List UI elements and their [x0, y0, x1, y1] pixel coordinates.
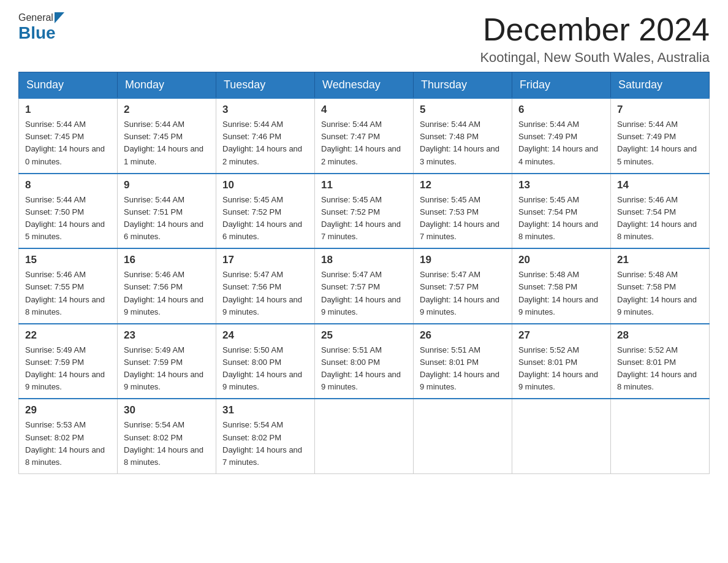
calendar-week-row: 29 Sunrise: 5:53 AM Sunset: 8:02 PM Dayl… — [19, 399, 710, 473]
day-number: 10 — [222, 179, 308, 191]
day-number: 25 — [321, 329, 407, 342]
day-number: 3 — [222, 104, 308, 116]
location-text: Kootingal, New South Wales, Australia — [480, 50, 710, 66]
day-info: Sunrise: 5:46 AM Sunset: 7:55 PM Dayligh… — [25, 269, 111, 318]
day-number: 8 — [25, 179, 111, 191]
day-info: Sunrise: 5:44 AM Sunset: 7:45 PM Dayligh… — [124, 118, 210, 168]
day-number: 29 — [25, 404, 111, 416]
day-number: 13 — [518, 179, 604, 191]
table-row: 2 Sunrise: 5:44 AM Sunset: 7:45 PM Dayli… — [118, 98, 216, 174]
logo-blue-text: Blue — [18, 23, 56, 42]
month-title: December 2024 — [480, 12, 710, 47]
calendar-header-row: Sunday Monday Tuesday Wednesday Thursday… — [19, 72, 710, 99]
day-number: 28 — [617, 329, 703, 342]
day-info: Sunrise: 5:54 AM Sunset: 8:02 PM Dayligh… — [222, 419, 308, 469]
day-info: Sunrise: 5:50 AM Sunset: 8:00 PM Dayligh… — [222, 344, 308, 394]
day-info: Sunrise: 5:45 AM Sunset: 7:54 PM Dayligh… — [518, 194, 604, 243]
table-row — [414, 399, 512, 473]
table-row — [611, 399, 710, 473]
day-info: Sunrise: 5:47 AM Sunset: 7:56 PM Dayligh… — [222, 269, 308, 318]
header-friday: Friday — [512, 72, 611, 99]
calendar-week-row: 1 Sunrise: 5:44 AM Sunset: 7:45 PM Dayli… — [19, 98, 710, 174]
day-info: Sunrise: 5:44 AM Sunset: 7:47 PM Dayligh… — [321, 118, 407, 168]
day-number: 21 — [617, 254, 703, 266]
table-row: 7 Sunrise: 5:44 AM Sunset: 7:49 PM Dayli… — [611, 98, 710, 174]
day-info: Sunrise: 5:51 AM Sunset: 8:00 PM Dayligh… — [321, 344, 407, 394]
table-row: 16 Sunrise: 5:46 AM Sunset: 7:56 PM Dayl… — [118, 248, 216, 324]
day-number: 5 — [420, 104, 506, 116]
day-number: 23 — [124, 329, 210, 342]
table-row: 11 Sunrise: 5:45 AM Sunset: 7:52 PM Dayl… — [315, 174, 414, 249]
day-number: 6 — [518, 104, 604, 116]
table-row: 31 Sunrise: 5:54 AM Sunset: 8:02 PM Dayl… — [216, 399, 315, 473]
day-number: 2 — [124, 104, 210, 116]
day-info: Sunrise: 5:52 AM Sunset: 8:01 PM Dayligh… — [617, 344, 703, 394]
day-number: 18 — [321, 254, 407, 266]
day-info: Sunrise: 5:48 AM Sunset: 7:58 PM Dayligh… — [617, 269, 703, 318]
day-info: Sunrise: 5:44 AM Sunset: 7:45 PM Dayligh… — [25, 118, 111, 168]
table-row: 1 Sunrise: 5:44 AM Sunset: 7:45 PM Dayli… — [19, 98, 118, 174]
day-info: Sunrise: 5:51 AM Sunset: 8:01 PM Dayligh… — [420, 344, 506, 394]
page-header: General Blue December 2024 Kootingal, Ne… — [18, 12, 710, 66]
table-row: 19 Sunrise: 5:47 AM Sunset: 7:57 PM Dayl… — [414, 248, 512, 324]
table-row: 13 Sunrise: 5:45 AM Sunset: 7:54 PM Dayl… — [512, 174, 611, 249]
table-row: 25 Sunrise: 5:51 AM Sunset: 8:00 PM Dayl… — [315, 324, 414, 399]
day-number: 27 — [518, 329, 604, 342]
day-info: Sunrise: 5:46 AM Sunset: 7:54 PM Dayligh… — [617, 194, 703, 243]
day-info: Sunrise: 5:44 AM Sunset: 7:51 PM Dayligh… — [124, 194, 210, 243]
day-info: Sunrise: 5:44 AM Sunset: 7:46 PM Dayligh… — [222, 118, 308, 168]
day-number: 22 — [25, 329, 111, 342]
day-info: Sunrise: 5:49 AM Sunset: 7:59 PM Dayligh… — [124, 344, 210, 394]
header-wednesday: Wednesday — [315, 72, 414, 99]
day-number: 15 — [25, 254, 111, 266]
calendar-table: Sunday Monday Tuesday Wednesday Thursday… — [18, 72, 710, 474]
day-number: 9 — [124, 179, 210, 191]
table-row: 28 Sunrise: 5:52 AM Sunset: 8:01 PM Dayl… — [611, 324, 710, 399]
day-info: Sunrise: 5:46 AM Sunset: 7:56 PM Dayligh… — [124, 269, 210, 318]
day-info: Sunrise: 5:44 AM Sunset: 7:49 PM Dayligh… — [518, 118, 604, 168]
day-number: 7 — [617, 104, 703, 116]
day-info: Sunrise: 5:52 AM Sunset: 8:01 PM Dayligh… — [518, 344, 604, 394]
table-row: 26 Sunrise: 5:51 AM Sunset: 8:01 PM Dayl… — [414, 324, 512, 399]
logo: General Blue — [18, 12, 65, 43]
table-row: 24 Sunrise: 5:50 AM Sunset: 8:00 PM Dayl… — [216, 324, 315, 399]
table-row — [315, 399, 414, 473]
day-info: Sunrise: 5:48 AM Sunset: 7:58 PM Dayligh… — [518, 269, 604, 318]
logo-general-text: General — [18, 13, 53, 23]
day-info: Sunrise: 5:47 AM Sunset: 7:57 PM Dayligh… — [420, 269, 506, 318]
day-number: 17 — [222, 254, 308, 266]
table-row: 5 Sunrise: 5:44 AM Sunset: 7:48 PM Dayli… — [414, 98, 512, 174]
day-number: 20 — [518, 254, 604, 266]
table-row: 21 Sunrise: 5:48 AM Sunset: 7:58 PM Dayl… — [611, 248, 710, 324]
table-row: 18 Sunrise: 5:47 AM Sunset: 7:57 PM Dayl… — [315, 248, 414, 324]
day-number: 30 — [124, 404, 210, 416]
day-info: Sunrise: 5:53 AM Sunset: 8:02 PM Dayligh… — [25, 419, 111, 469]
header-thursday: Thursday — [414, 72, 512, 99]
table-row — [512, 399, 611, 473]
day-number: 16 — [124, 254, 210, 266]
day-info: Sunrise: 5:45 AM Sunset: 7:52 PM Dayligh… — [321, 194, 407, 243]
header-monday: Monday — [118, 72, 216, 99]
header-sunday: Sunday — [19, 72, 118, 99]
day-number: 11 — [321, 179, 407, 191]
day-info: Sunrise: 5:45 AM Sunset: 7:52 PM Dayligh… — [222, 194, 308, 243]
day-info: Sunrise: 5:47 AM Sunset: 7:57 PM Dayligh… — [321, 269, 407, 318]
day-number: 26 — [420, 329, 506, 342]
table-row: 23 Sunrise: 5:49 AM Sunset: 7:59 PM Dayl… — [118, 324, 216, 399]
day-number: 14 — [617, 179, 703, 191]
day-info: Sunrise: 5:44 AM Sunset: 7:48 PM Dayligh… — [420, 118, 506, 168]
table-row: 27 Sunrise: 5:52 AM Sunset: 8:01 PM Dayl… — [512, 324, 611, 399]
calendar-week-row: 22 Sunrise: 5:49 AM Sunset: 7:59 PM Dayl… — [19, 324, 710, 399]
day-info: Sunrise: 5:49 AM Sunset: 7:59 PM Dayligh… — [25, 344, 111, 394]
calendar-week-row: 8 Sunrise: 5:44 AM Sunset: 7:50 PM Dayli… — [19, 174, 710, 249]
table-row: 4 Sunrise: 5:44 AM Sunset: 7:47 PM Dayli… — [315, 98, 414, 174]
table-row: 10 Sunrise: 5:45 AM Sunset: 7:52 PM Dayl… — [216, 174, 315, 249]
table-row: 3 Sunrise: 5:44 AM Sunset: 7:46 PM Dayli… — [216, 98, 315, 174]
table-row: 22 Sunrise: 5:49 AM Sunset: 7:59 PM Dayl… — [19, 324, 118, 399]
table-row: 20 Sunrise: 5:48 AM Sunset: 7:58 PM Dayl… — [512, 248, 611, 324]
day-info: Sunrise: 5:54 AM Sunset: 8:02 PM Dayligh… — [124, 419, 210, 469]
table-row: 8 Sunrise: 5:44 AM Sunset: 7:50 PM Dayli… — [19, 174, 118, 249]
header-tuesday: Tuesday — [216, 72, 315, 99]
title-section: December 2024 Kootingal, New South Wales… — [480, 12, 710, 66]
day-info: Sunrise: 5:44 AM Sunset: 7:50 PM Dayligh… — [25, 194, 111, 243]
